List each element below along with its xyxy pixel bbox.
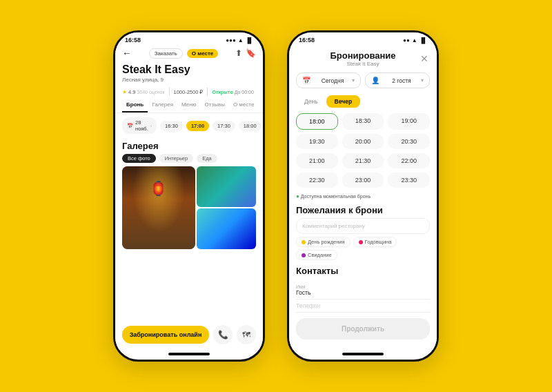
guests-selector[interactable]: 👤 2 гостя ▾ (365, 72, 430, 88)
tab-gallery[interactable]: Галерея (148, 98, 177, 112)
home-indicator-left (168, 353, 210, 355)
tab-menu[interactable]: Меню (177, 98, 201, 112)
wifi-icon-right: ▲ (412, 37, 417, 43)
time-cell-2100[interactable]: 21:00 (296, 153, 338, 168)
wifi-icon: ▲ (238, 37, 244, 43)
zakazat-button[interactable]: Заказать (149, 48, 183, 59)
time-1630[interactable]: 16:30 (160, 121, 183, 131)
nav-tabs: Бронь Галерея Меню Отзывы О месте (115, 98, 263, 113)
name-value: Гость (296, 289, 430, 296)
battery-icon: ▐▌ (246, 37, 253, 43)
time-cell-2130[interactable]: 21:30 (342, 153, 384, 168)
phone-icon: 📞 (218, 330, 228, 340)
status-bar-left: 16:58 ●●● ▲ ▐▌ (115, 32, 263, 45)
time-1730[interactable]: 17:30 (213, 121, 235, 131)
date-chip[interactable]: 📅 28 нояб. › (122, 117, 157, 134)
filter-interior[interactable]: Интерьер (159, 154, 193, 163)
rating-value: 4.9 (128, 89, 135, 95)
gallery-sub-bottom[interactable] (197, 208, 256, 249)
price-item: 1000-2500 ₽ (174, 89, 204, 95)
gallery-main-image[interactable] (122, 166, 195, 249)
left-topbar: ← Заказать О месте ⬆ 🔖 (115, 45, 263, 61)
name-label: Имя (296, 284, 430, 289)
date-selector[interactable]: 📅 Сегодня ▾ (296, 72, 361, 88)
map-button[interactable]: 🗺 (237, 325, 256, 344)
booking-header: Бронирование Steak It Easy ✕ (289, 45, 437, 68)
tab-bron[interactable]: Бронь (122, 98, 148, 112)
tag-label-birthday: День рождения (308, 239, 345, 245)
right-phone: 16:58 ●● ▲ ▐▌ Бронирование Steak It Easy… (287, 30, 439, 362)
time-cell-1900[interactable]: 19:00 (388, 113, 430, 130)
contacts-title: Контакты (289, 263, 437, 279)
time-cell-2000[interactable]: 20:00 (342, 134, 384, 149)
time-cell-1800[interactable]: 18:00 (296, 113, 338, 130)
back-button[interactable]: ← (122, 48, 132, 59)
restaurant-address: Лесная улица, 9 (122, 77, 256, 83)
book-online-button[interactable]: Забронировать онлайн (122, 326, 209, 344)
time-right: 16:58 (299, 37, 315, 43)
phone-call-button[interactable]: 📞 (213, 325, 233, 344)
time-cell-2200[interactable]: 22:00 (388, 153, 430, 168)
open-item: Открыто До 00:00 (212, 90, 253, 95)
time-1800[interactable]: 18:00 (239, 121, 262, 131)
tab-reviews[interactable]: Отзывы (201, 98, 229, 112)
bookmark-icon[interactable]: 🔖 (246, 48, 256, 58)
time-cell-1830[interactable]: 18:30 (342, 113, 384, 130)
time-cell-2030[interactable]: 20:30 (388, 134, 430, 149)
guests-selector-label: 2 гостя (392, 77, 411, 84)
open-sub: До 00:00 (235, 90, 254, 95)
booking-title-block: Бронирование Steak It Easy (324, 50, 402, 67)
tag-label-anniversary: Годовщина (365, 239, 392, 245)
meta-divider-1 (169, 88, 170, 96)
phone-field[interactable]: Телефон (296, 300, 430, 313)
name-field[interactable]: Имя Гость (296, 282, 430, 300)
time-cell-1930[interactable]: 19:30 (296, 134, 338, 149)
guests-arrow: ▾ (421, 77, 424, 84)
continue-button[interactable]: Продолжить (296, 318, 430, 340)
tag-birthday[interactable]: День рождения (296, 237, 351, 247)
status-icons-left: ●●● ▲ ▐▌ (226, 37, 253, 43)
gallery-title: Галерея (115, 138, 263, 154)
tab-about[interactable]: О месте (229, 98, 258, 112)
time-left: 16:58 (125, 37, 141, 43)
filter-food[interactable]: Еда (197, 154, 217, 163)
meta-divider-2 (207, 88, 208, 96)
date-label: 28 нояб. (135, 119, 148, 132)
share-icon[interactable]: ⬆ (235, 48, 242, 58)
booking-subtitle: Steak It Easy (324, 61, 402, 67)
date-selector-label: Сегодня (322, 77, 344, 84)
night-tab[interactable]: Вечер (326, 95, 361, 108)
tag-date[interactable]: Свидание (296, 250, 337, 260)
signal-icon-right: ●● (403, 37, 410, 43)
gallery-grid (115, 166, 263, 249)
tag-dot-birthday (302, 240, 306, 244)
restaurant-meta: ★ 4.9 3640 оценок 1000-2500 ₽ Открыто До… (115, 86, 263, 98)
time-cell-2300[interactable]: 23:00 (342, 173, 384, 188)
gallery-sub-top[interactable] (197, 166, 256, 207)
instant-label: Доступна моментальная бронь (301, 194, 371, 199)
tag-anniversary[interactable]: Годовщина (353, 237, 397, 247)
comment-box[interactable]: Комментарий ресторану (296, 218, 430, 234)
guests-selector-icon: 👤 (371, 77, 379, 84)
time-grid: 18:00 18:30 19:00 19:30 20:00 20:30 21:0… (289, 110, 437, 192)
topbar-center: Заказать О месте (149, 48, 219, 59)
time-cell-2330[interactable]: 23:30 (388, 173, 430, 188)
day-tab[interactable]: День (296, 95, 326, 108)
booking-selectors: 📅 Сегодня ▾ 👤 2 гостя ▾ (289, 68, 437, 92)
booking-title: Бронирование (324, 50, 402, 61)
phone-placeholder: Телефон (296, 302, 430, 309)
price-value: 1000-2500 ₽ (174, 89, 204, 95)
calendar-selector-icon: 📅 (302, 77, 310, 84)
close-button[interactable]: ✕ (420, 53, 428, 64)
omeste-button[interactable]: О месте (187, 49, 219, 58)
signal-icon: ●●● (226, 37, 236, 43)
time-cell-2230[interactable]: 22:30 (296, 173, 338, 188)
right-screen: Бронирование Steak It Easy ✕ 📅 Сегодня ▾… (289, 45, 437, 350)
filter-all[interactable]: Все фото (122, 154, 156, 163)
filter-pills: Все фото Интерьер Еда (115, 154, 263, 166)
open-status: Открыто (212, 90, 233, 95)
time-1700[interactable]: 17:00 (186, 121, 209, 131)
date-arrow: ▾ (352, 77, 355, 84)
date-chevron: › (150, 124, 152, 128)
tag-label-date: Свидание (308, 252, 332, 258)
